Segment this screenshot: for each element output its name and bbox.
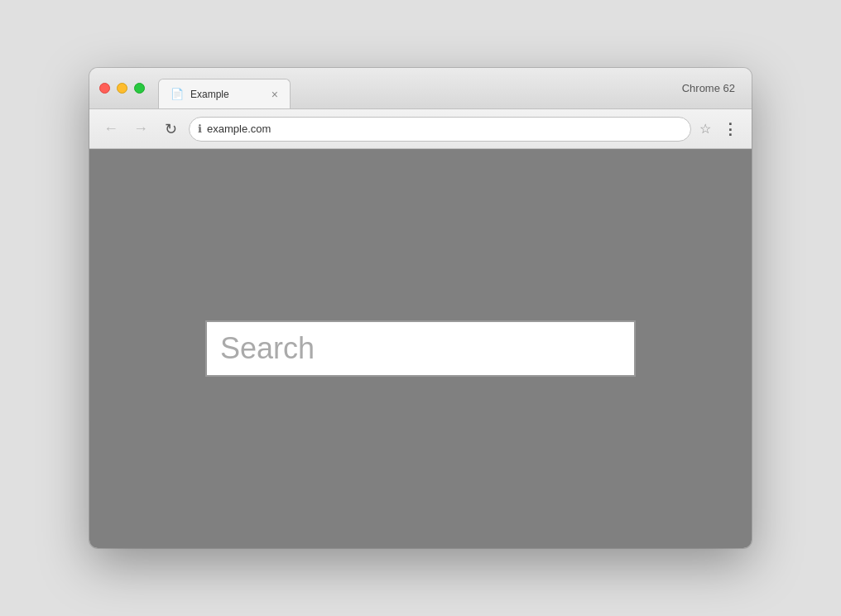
tab-icon: 📄 xyxy=(171,88,184,100)
search-input[interactable] xyxy=(205,320,636,377)
browser-window: 📄 Example × Chrome 62 ← → ↻ ℹ example.co… xyxy=(89,68,752,548)
traffic-lights xyxy=(99,83,145,94)
maximize-button[interactable] xyxy=(134,83,145,94)
reload-button[interactable]: ↻ xyxy=(159,118,182,141)
minimize-button[interactable] xyxy=(117,83,127,94)
close-button[interactable] xyxy=(99,83,110,94)
tab-close-button[interactable]: × xyxy=(272,89,278,100)
bookmark-button[interactable]: ☆ xyxy=(698,119,713,138)
chrome-version-label: Chrome 62 xyxy=(682,82,742,94)
page-content xyxy=(89,149,752,548)
menu-button[interactable]: ⋮ xyxy=(719,118,742,140)
back-button[interactable]: ← xyxy=(99,118,123,141)
toolbar: ← → ↻ ℹ example.com ☆ ⋮ xyxy=(89,109,752,149)
tab-area: 📄 Example × xyxy=(145,68,682,108)
info-icon: ℹ xyxy=(198,123,202,135)
tab-title: Example xyxy=(190,89,265,100)
browser-tab[interactable]: 📄 Example × xyxy=(158,79,291,108)
address-bar[interactable]: ℹ example.com xyxy=(189,117,691,142)
forward-button[interactable]: → xyxy=(129,118,152,141)
address-text: example.com xyxy=(207,123,682,135)
title-bar: 📄 Example × Chrome 62 xyxy=(89,68,752,109)
